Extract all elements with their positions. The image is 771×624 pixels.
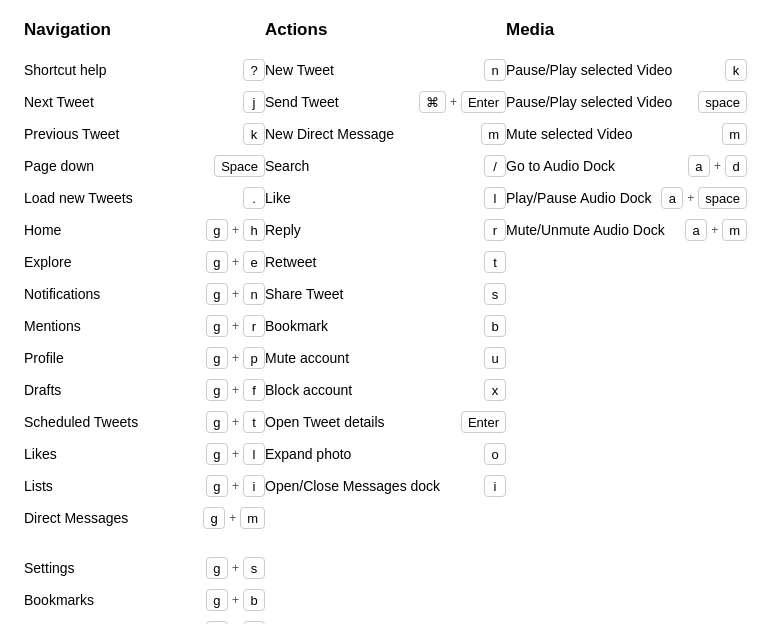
key-combo: g+m — [203, 507, 265, 529]
shortcut-item: Load new Tweets. — [24, 182, 265, 214]
shortcut-label: Play/Pause Audio Dock — [506, 190, 652, 206]
shortcut-item: Mute selected Videom — [506, 118, 747, 150]
key-badge: e — [243, 251, 265, 273]
actions-list: New TweetnSend Tweet⌘+EnterNew Direct Me… — [265, 54, 506, 502]
shortcut-label: Explore — [24, 254, 71, 270]
key-separator: + — [232, 351, 239, 365]
key-combo: g+r — [206, 315, 265, 337]
shortcut-label: Previous Tweet — [24, 126, 119, 142]
shortcut-item: Open/Close Messages docki — [265, 470, 506, 502]
shortcut-label: Direct Messages — [24, 510, 128, 526]
key-separator: + — [232, 287, 239, 301]
shortcut-item: New Direct Messagem — [265, 118, 506, 150]
shortcut-label: Go to Audio Dock — [506, 158, 615, 174]
key-badge: g — [203, 507, 225, 529]
key-badge: r — [484, 219, 506, 241]
key-combo: g+l — [206, 443, 265, 465]
key-combo: a+d — [688, 155, 747, 177]
navigation-list: Shortcut help?Next TweetjPrevious Tweetk… — [24, 54, 265, 624]
shortcut-item: Likesg+l — [24, 438, 265, 470]
key-combo: g+p — [206, 347, 265, 369]
shortcut-item: Top Articlesg+a — [24, 616, 265, 624]
key-separator: + — [232, 561, 239, 575]
key-combo: l — [484, 187, 506, 209]
key-badge: Enter — [461, 411, 506, 433]
key-separator: + — [687, 191, 694, 205]
shortcut-label: Block account — [265, 382, 352, 398]
key-separator: + — [714, 159, 721, 173]
key-combo: t — [484, 251, 506, 273]
key-separator: + — [232, 447, 239, 461]
key-badge: g — [206, 379, 228, 401]
key-badge: a — [661, 187, 683, 209]
key-separator: + — [232, 223, 239, 237]
key-combo: g+s — [206, 557, 265, 579]
key-badge: . — [243, 187, 265, 209]
key-separator: + — [232, 415, 239, 429]
key-badge: g — [206, 219, 228, 241]
key-badge: ⌘ — [419, 91, 446, 113]
key-badge: p — [243, 347, 265, 369]
key-badge: b — [243, 589, 265, 611]
key-badge: m — [722, 123, 747, 145]
navigation-header: Navigation — [24, 20, 265, 40]
shortcut-item: Play/Pause Audio Docka+space — [506, 182, 747, 214]
key-combo: g+h — [206, 219, 265, 241]
shortcut-item: Profileg+p — [24, 342, 265, 374]
key-separator: + — [232, 479, 239, 493]
shortcut-item: Share Tweets — [265, 278, 506, 310]
shortcut-label: Mute account — [265, 350, 349, 366]
key-combo: / — [484, 155, 506, 177]
shortcut-item: Retweett — [265, 246, 506, 278]
key-badge: j — [243, 91, 265, 113]
key-badge: g — [206, 589, 228, 611]
key-combo: . — [243, 187, 265, 209]
media-column: Media Pause/Play selected VideokPause/Pl… — [506, 20, 747, 246]
shortcut-label: Bookmarks — [24, 592, 94, 608]
key-badge: s — [484, 283, 506, 305]
shortcut-item: Bookmarkb — [265, 310, 506, 342]
shortcut-item: Search/ — [265, 150, 506, 182]
key-combo: n — [484, 59, 506, 81]
shortcut-label: Home — [24, 222, 61, 238]
shortcut-label: Send Tweet — [265, 94, 339, 110]
shortcut-label: Shortcut help — [24, 62, 107, 78]
key-badge: m — [722, 219, 747, 241]
key-badge: r — [243, 315, 265, 337]
shortcut-label: Expand photo — [265, 446, 351, 462]
key-separator: + — [229, 511, 236, 525]
key-combo: g+n — [206, 283, 265, 305]
key-separator: + — [711, 223, 718, 237]
key-badge: n — [243, 283, 265, 305]
key-separator: + — [232, 319, 239, 333]
key-combo: Enter — [461, 411, 506, 433]
key-badge: Enter — [461, 91, 506, 113]
shortcut-label: New Tweet — [265, 62, 334, 78]
key-badge: l — [243, 443, 265, 465]
key-combo: g+e — [206, 251, 265, 273]
key-badge: g — [206, 251, 228, 273]
key-badge: g — [206, 475, 228, 497]
shortcut-item: Send Tweet⌘+Enter — [265, 86, 506, 118]
key-badge: t — [484, 251, 506, 273]
shortcut-item: Draftsg+f — [24, 374, 265, 406]
key-combo: j — [243, 91, 265, 113]
shortcut-label: Search — [265, 158, 309, 174]
key-badge: space — [698, 187, 747, 209]
shortcut-item: Next Tweetj — [24, 86, 265, 118]
shortcut-item: Pause/Play selected Videospace — [506, 86, 747, 118]
shortcut-label: Drafts — [24, 382, 61, 398]
shortcut-item: Mentionsg+r — [24, 310, 265, 342]
shortcut-item: Mute accountu — [265, 342, 506, 374]
shortcut-item: Previous Tweetk — [24, 118, 265, 150]
key-combo: b — [484, 315, 506, 337]
shortcut-label: Profile — [24, 350, 64, 366]
shortcut-label: Open Tweet details — [265, 414, 385, 430]
shortcut-item: Go to Audio Docka+d — [506, 150, 747, 182]
key-combo: ? — [243, 59, 265, 81]
key-combo: x — [484, 379, 506, 401]
key-badge: g — [206, 443, 228, 465]
shortcut-label: Mute selected Video — [506, 126, 633, 142]
key-badge: a — [688, 155, 710, 177]
key-combo: space — [698, 91, 747, 113]
